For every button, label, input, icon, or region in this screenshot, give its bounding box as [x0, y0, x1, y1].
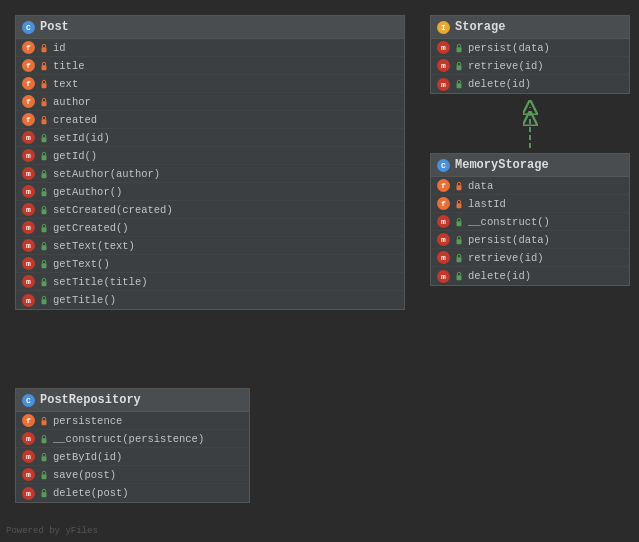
post-method-getAuthor: m getAuthor() [16, 183, 404, 201]
lock-icon [39, 470, 49, 480]
post-field-author: f author [16, 93, 404, 111]
post-method-getId: m getId() [16, 147, 404, 165]
memorystorage-method-construct: m __construct() [431, 213, 629, 231]
lock-icon [39, 187, 49, 197]
post-method-getTitle: m getTitle() [16, 291, 404, 309]
lock-icon [39, 61, 49, 71]
memorystorage-method-delete: m delete(id) [431, 267, 629, 285]
svg-rect-5 [42, 119, 47, 124]
lock-icon [454, 253, 464, 263]
post-method-getCreated: m getCreated() [16, 219, 404, 237]
post-class-box: C Post f id f title f text f author f cr… [15, 15, 405, 310]
storage-class-box: I Storage m persist(data) m retrieve(id)… [430, 15, 630, 94]
lock-icon [39, 151, 49, 161]
svg-rect-4 [42, 101, 47, 106]
memorystorage-class-badge: C [437, 159, 450, 172]
lock-icon [39, 434, 49, 444]
svg-rect-8 [42, 173, 47, 178]
svg-rect-22 [457, 203, 462, 208]
svg-rect-16 [457, 47, 462, 52]
svg-rect-15 [42, 299, 47, 304]
svg-rect-30 [42, 474, 47, 479]
postrepository-method-getById: m getById(id) [16, 448, 249, 466]
lock-icon [39, 79, 49, 89]
svg-rect-27 [42, 420, 47, 425]
lock-icon [39, 416, 49, 426]
lock-icon [454, 199, 464, 209]
svg-rect-11 [42, 227, 47, 232]
lock-icon [454, 217, 464, 227]
lock-icon [39, 488, 49, 498]
lock-icon [454, 61, 464, 71]
svg-rect-28 [42, 438, 47, 443]
memorystorage-class-header: C MemoryStorage [431, 154, 629, 177]
memorystorage-field-data: f data [431, 177, 629, 195]
svg-rect-26 [457, 275, 462, 280]
svg-rect-1 [42, 47, 47, 52]
lock-icon [39, 97, 49, 107]
postrepository-field-persistence: f persistence [16, 412, 249, 430]
lock-icon [454, 43, 464, 53]
memorystorage-method-retrieve: m retrieve(id) [431, 249, 629, 267]
storage-method-persist: m persist(data) [431, 39, 629, 57]
lock-icon [39, 43, 49, 53]
post-class-header: C Post [16, 16, 404, 39]
svg-rect-3 [42, 83, 47, 88]
post-field-id: f id [16, 39, 404, 57]
lock-icon [39, 115, 49, 125]
lock-icon [39, 169, 49, 179]
svg-rect-10 [42, 209, 47, 214]
post-method-setCreated: m setCreated(created) [16, 201, 404, 219]
lock-icon [454, 79, 464, 89]
memorystorage-method-persist: m persist(data) [431, 231, 629, 249]
lock-icon [454, 181, 464, 191]
post-method-setTitle: m setTitle(title) [16, 273, 404, 291]
svg-rect-7 [42, 155, 47, 160]
lock-icon [39, 241, 49, 251]
svg-rect-21 [457, 185, 462, 190]
storage-class-badge: I [437, 21, 450, 34]
post-method-getText: m getText() [16, 255, 404, 273]
lock-icon [39, 223, 49, 233]
post-method-setId: m setId(id) [16, 129, 404, 147]
storage-method-delete: m delete(id) [431, 75, 629, 93]
memorystorage-class-name: MemoryStorage [455, 158, 549, 172]
postrepository-method-construct: m __construct(persistence) [16, 430, 249, 448]
svg-rect-9 [42, 191, 47, 196]
lock-icon [39, 295, 49, 305]
storage-method-retrieve: m retrieve(id) [431, 57, 629, 75]
post-method-setText: m setText(text) [16, 237, 404, 255]
lock-icon [39, 133, 49, 143]
svg-rect-25 [457, 257, 462, 262]
post-field-created: f created [16, 111, 404, 129]
lock-icon [454, 271, 464, 281]
post-class-badge: C [22, 21, 35, 34]
svg-rect-14 [42, 281, 47, 286]
watermark: Powered by yFiles [6, 526, 98, 536]
postrepository-class-box: C PostRepository f persistence m __const… [15, 388, 250, 503]
postrepository-class-badge: C [22, 394, 35, 407]
postrepository-method-save: m save(post) [16, 466, 249, 484]
lock-icon [39, 452, 49, 462]
storage-class-header: I Storage [431, 16, 629, 39]
postrepository-class-header: C PostRepository [16, 389, 249, 412]
svg-rect-12 [42, 245, 47, 250]
post-class-name: Post [40, 20, 69, 34]
svg-rect-17 [457, 65, 462, 70]
diagram-canvas: C Post f id f title f text f author f cr… [0, 0, 639, 542]
post-field-text: f text [16, 75, 404, 93]
lock-icon [454, 235, 464, 245]
post-field-title: f title [16, 57, 404, 75]
storage-class-name: Storage [455, 20, 505, 34]
lock-icon [39, 277, 49, 287]
post-method-setAuthor: m setAuthor(author) [16, 165, 404, 183]
svg-rect-2 [42, 65, 47, 70]
lock-icon [39, 205, 49, 215]
svg-rect-31 [42, 492, 47, 497]
postrepository-class-name: PostRepository [40, 393, 141, 407]
svg-rect-29 [42, 456, 47, 461]
svg-rect-13 [42, 263, 47, 268]
svg-rect-24 [457, 239, 462, 244]
svg-rect-6 [42, 137, 47, 142]
lock-icon [39, 259, 49, 269]
